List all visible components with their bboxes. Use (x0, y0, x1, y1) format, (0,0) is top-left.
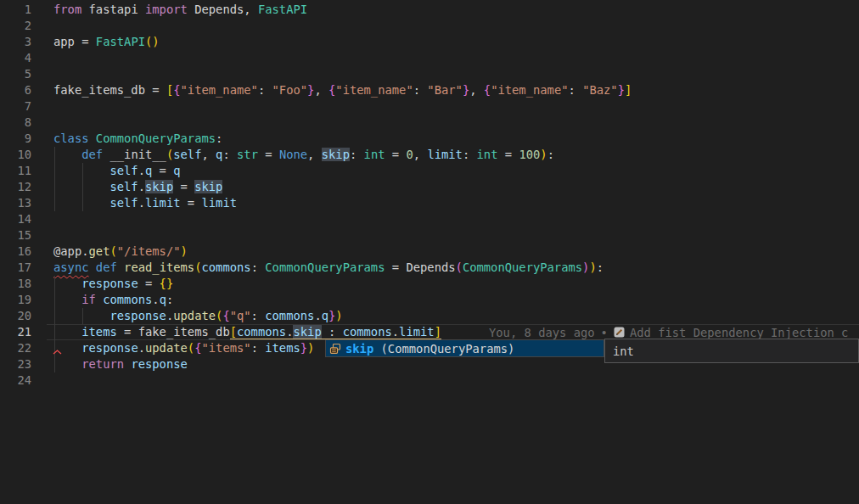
code-token: : (251, 341, 266, 355)
line-number[interactable]: 21 (0, 324, 31, 340)
code-line[interactable]: 13 self.limit = limit (0, 195, 859, 211)
code-line[interactable]: 17async def read_items(commons: CommonQu… (0, 260, 859, 276)
line-number[interactable]: 10 (0, 147, 31, 163)
code-token (89, 260, 96, 274)
code-token: fake_items_db (138, 325, 230, 339)
line-number[interactable]: 15 (0, 227, 31, 244)
code-token: @app. (53, 244, 89, 258)
code-text: from fastapi import Depends, FastAPI (53, 2, 307, 18)
line-number[interactable]: 11 (0, 163, 31, 179)
code-line[interactable]: 2 (0, 18, 859, 34)
code-token: { (222, 309, 229, 322)
line-number[interactable]: 5 (0, 66, 31, 82)
code-token: skip (194, 180, 222, 193)
code-line[interactable]: 10 def __init__(self, q: str = None, ski… (0, 147, 859, 163)
code-text: self.skip = skip (53, 179, 222, 195)
code-line[interactable]: 18 response = {} (0, 276, 859, 292)
code-token: import (145, 3, 188, 16)
code-token: def (81, 148, 103, 161)
line-number[interactable]: 1 (0, 2, 31, 18)
indent-guide (82, 195, 83, 211)
line-number[interactable]: 17 (0, 260, 31, 276)
code-token: "item_name" (491, 83, 568, 97)
line-number[interactable]: 18 (0, 276, 31, 292)
line-number[interactable]: 6 (0, 82, 31, 98)
code-text: fake_items_db = [{"item_name": "Foo"}, {… (53, 82, 632, 98)
code-text: if commons.q: (53, 292, 173, 308)
code-token: fake_items_db = (53, 83, 166, 97)
code-token: Depends, (188, 3, 258, 16)
code-token: items (265, 341, 300, 355)
code-line[interactable]: 12 self.skip = skip (0, 179, 859, 195)
code-text: items = fake_items_db[commons.skip : com… (53, 324, 441, 340)
line-number[interactable]: 16 (0, 244, 31, 260)
code-token: [ (230, 325, 237, 339)
line-number[interactable]: 23 (0, 356, 31, 372)
line-number[interactable]: 4 (0, 50, 31, 66)
code-line[interactable]: 4 (0, 50, 859, 66)
code-line[interactable]: 1from fastapi import Depends, FastAPI (0, 2, 859, 18)
line-number[interactable]: 19 (0, 292, 31, 308)
code-token: , (201, 148, 216, 161)
code-text: self.limit = limit (53, 195, 237, 211)
code-token: . (138, 341, 145, 355)
code-text: class CommonQueryParams: (53, 131, 222, 147)
code-token: , (314, 83, 328, 97)
line-number[interactable]: 7 (0, 98, 31, 115)
code-line[interactable]: 5 (0, 66, 859, 82)
code-line[interactable]: 15 (0, 227, 859, 244)
code-line[interactable]: 8 (0, 115, 859, 131)
line-number[interactable]: 9 (0, 131, 31, 147)
code-token: "items" (201, 341, 250, 355)
code-token: ( (456, 260, 463, 274)
code-token: () (145, 35, 160, 48)
line-number[interactable]: 8 (0, 115, 31, 131)
code-token: . (166, 309, 173, 322)
line-number[interactable]: 3 (0, 34, 31, 50)
code-token: limit (201, 196, 237, 210)
code-token: ( (166, 148, 173, 161)
code-text: async def read_items(commons: CommonQuer… (53, 260, 604, 276)
code-line[interactable]: 14 (0, 211, 859, 227)
line-number[interactable]: 12 (0, 179, 31, 195)
code-line[interactable]: 3app = FastAPI() (0, 34, 859, 50)
line-number[interactable]: 14 (0, 211, 31, 227)
line-number[interactable]: 24 (0, 372, 31, 389)
code-line[interactable]: 11 self.q = q (0, 163, 859, 179)
code-token: } (300, 341, 307, 355)
suggestion-type-text: int (605, 344, 634, 358)
code-text: response = {} (53, 276, 173, 292)
code-token: commons (201, 260, 250, 274)
line-number[interactable]: 22 (0, 340, 31, 356)
code-token: 0 (406, 148, 413, 161)
code-text: app = FastAPI() (53, 34, 160, 50)
line-number[interactable]: 20 (0, 308, 31, 324)
code-line[interactable]: 19 if commons.q: (0, 292, 859, 308)
code-line[interactable]: 7 (0, 98, 859, 115)
code-line[interactable]: 9class CommonQueryParams: (0, 131, 859, 147)
code-token: commons (265, 309, 314, 322)
code-token: response (81, 277, 138, 290)
code-line[interactable]: 20 response.update({"q": commons.q}) (0, 308, 859, 324)
code-token (96, 293, 103, 306)
code-token: {} (160, 277, 174, 290)
field-icon (328, 342, 342, 356)
autocomplete-suggestion-row[interactable]: skip (CommonQueryParams) (325, 339, 604, 357)
code-token: : (413, 83, 428, 97)
code-token: } (618, 83, 625, 97)
code-token: = (258, 148, 279, 161)
code-token: : (251, 260, 266, 274)
code-token: = (152, 164, 173, 177)
indent-guide (54, 147, 55, 163)
line-number[interactable]: 2 (0, 18, 31, 34)
code-line[interactable]: 6fake_items_db = [{"item_name": "Foo"}, … (0, 82, 859, 98)
blame-separator: • (601, 326, 608, 339)
code-text: response.update({"q": commons.q}) (53, 308, 343, 324)
code-token: None (279, 148, 307, 161)
memo-icon (614, 327, 625, 338)
code-line[interactable]: 24 (0, 372, 859, 389)
line-number[interactable]: 13 (0, 195, 31, 211)
code-token: skip (322, 148, 350, 161)
code-line[interactable]: 16@app.get("/items/") (0, 244, 859, 260)
suggestion-label: skip (345, 342, 373, 356)
